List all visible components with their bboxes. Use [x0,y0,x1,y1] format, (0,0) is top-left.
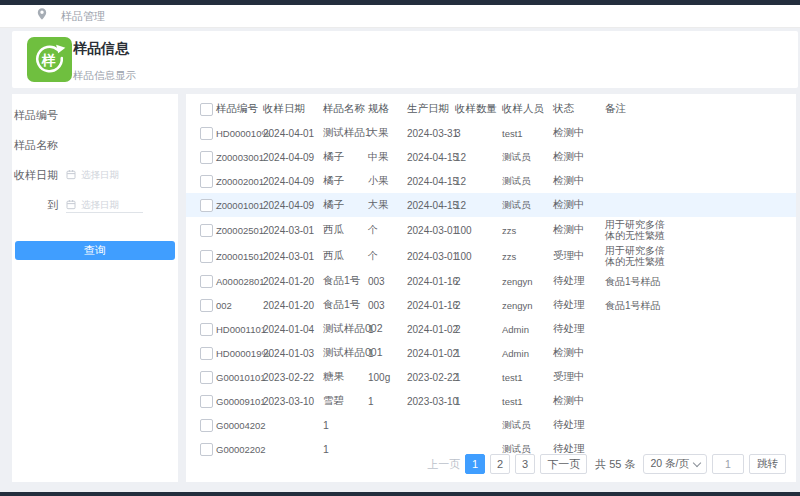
next-page-button[interactable]: 下一页 [540,454,587,474]
cell-remark [605,423,673,427]
breadcrumb[interactable]: 样品管理 [61,9,105,24]
cell-status: 待处理 [553,274,605,288]
table-row[interactable]: Z00002001 2024-04-09 橘子 小果 2024-04-15 12… [186,169,796,193]
cell-prod-date: 2024-03-01 [407,225,455,236]
cell-remark: 食品1号样品 [605,274,673,289]
cell-sample-name: 橘子 [323,174,368,188]
jump-button[interactable]: 跳转 [749,454,786,474]
table-row[interactable]: Z00001501 2024-03-01 西瓜 个 2024-03-01 100… [186,243,796,269]
cell-qty: 12 [455,152,502,163]
table-row[interactable]: HD0001101 2024-01-04 测试样品002 1 2024-01-0… [186,317,796,341]
row-checkbox[interactable] [200,443,213,456]
date-to-input[interactable] [79,198,143,211]
cell-receipt-date: 2023-03-10 [263,396,323,407]
page-number-button[interactable]: 2 [490,454,510,474]
row-checkbox[interactable] [200,275,213,288]
pagination-pages: 123 [465,454,535,474]
cell-receipt-date: 2024-03-01 [263,251,323,262]
select-all-checkbox[interactable] [200,103,213,116]
cell-person: 测试员 [502,199,553,212]
row-checkbox[interactable] [200,419,213,432]
cell-status: 检测中 [553,126,605,140]
sample-table-panel: 样品编号 收样日期 样品名称 规格 生产日期 收样数量 收样人员 状态 备注 H… [186,94,796,482]
page-title: 样品信息 [73,40,129,58]
cell-spec: 1 [368,324,407,335]
receipt-date-label: 收样日期 [12,168,58,183]
row-checkbox[interactable] [200,199,213,212]
cell-sample-no: 002 [216,300,263,311]
table-row[interactable]: HD000010% 2024-04-01 测试样品1 大果 2024-03-31… [186,121,796,145]
column-header-sample-no: 样品编号 [216,102,263,116]
cell-remark [605,155,673,159]
page-size-value: 20 条/页 [650,457,689,471]
row-checkbox[interactable] [200,395,213,408]
table-row[interactable]: Z00001001 2024-04-09 橘子 大果 2024-04-15 12… [186,193,796,217]
date-from-input[interactable] [79,168,143,181]
sample-name-input[interactable] [66,139,160,152]
table-row[interactable]: G00010101 2023-02-22 糖果 100g 2023-02-22 … [186,365,796,389]
cell-person: Admin [502,348,553,359]
table-row[interactable]: Z00003001 2024-04-09 橘子 中果 2024-04-15 12… [186,145,796,169]
chevron-down-icon [693,458,701,466]
cell-spec: 个 [368,249,407,263]
cell-status: 检测中 [553,223,605,237]
cell-qty: 1 [455,396,502,407]
filter-row-date-to: 到 [12,194,178,216]
cell-remark [605,327,673,331]
cell-spec: 100g [368,372,407,383]
jump-page-input[interactable] [712,454,744,474]
date-to-picker[interactable] [66,198,143,213]
svg-text:样: 样 [41,53,56,68]
column-header-status: 状态 [553,102,605,116]
cell-qty: 1 [455,372,502,383]
sample-no-input[interactable] [66,109,160,122]
breadcrumb-bar: 样品管理 [0,5,800,28]
cell-status: 检测中 [553,150,605,164]
cell-person: test1 [502,396,553,407]
column-header-receipt-date: 收样日期 [263,102,323,116]
page-subtitle: 样品信息显示 [73,69,136,83]
row-checkbox[interactable] [200,323,213,336]
table-row[interactable]: 002 2024-01-20 食品1号 003 2024-01-16 2 zen… [186,293,796,317]
row-checkbox[interactable] [200,299,213,312]
filter-row-sample-name: 样品名称 [12,134,178,156]
filter-row-sample-no: 样品编号 [12,104,178,126]
date-to-label: 到 [12,198,58,213]
row-checkbox[interactable] [200,224,213,237]
calendar-icon [66,169,76,180]
table-row[interactable]: G00004202 1 测试员 待处理 [186,413,796,437]
cell-prod-date: 2023-03-10 [407,396,455,407]
sample-module-icon: 样 [27,37,72,82]
cell-receipt-date: 2024-04-09 [263,200,323,211]
cell-sample-name: 测试样品1 [323,126,368,140]
cell-spec: 大果 [368,126,407,140]
page-number-button[interactable]: 3 [515,454,535,474]
cell-spec: 1 [368,396,407,407]
cell-qty: 100 [455,225,502,236]
page-size-select[interactable]: 20 条/页 [643,454,707,474]
table-row[interactable]: A00002801 2024-01-20 食品1号 003 2024-01-16… [186,269,796,293]
column-header-person: 收样人员 [502,102,553,116]
page-number-button[interactable]: 1 [465,454,485,474]
cell-qty: 2 [455,300,502,311]
cell-status: 检测中 [553,198,605,212]
search-button[interactable]: 查询 [15,241,175,260]
cell-spec: 个 [368,223,407,237]
cell-person: zengyn [502,300,553,311]
date-from-picker[interactable] [66,168,143,182]
cell-spec: 003 [368,300,407,311]
row-checkbox[interactable] [200,127,213,140]
table-row[interactable]: Z00002501 2024-03-01 西瓜 个 2024-03-01 100… [186,217,796,243]
cell-status: 待处理 [553,322,605,336]
row-checkbox[interactable] [200,250,213,263]
filter-panel: 样品编号 样品名称 收样日期 到 查询 [12,94,178,482]
row-checkbox[interactable] [200,175,213,188]
row-checkbox[interactable] [200,371,213,384]
prev-page-button[interactable]: 上一页 [427,457,460,472]
cell-prod-date: 2024-04-15 [407,152,455,163]
cell-remark [605,131,673,135]
table-row[interactable]: HD000019% 2024-01-03 测试样品001 1 2024-01-0… [186,341,796,365]
row-checkbox[interactable] [200,151,213,164]
table-row[interactable]: G00009101 2023-03-10 雪碧 1 2023-03-10 1 t… [186,389,796,413]
row-checkbox[interactable] [200,347,213,360]
